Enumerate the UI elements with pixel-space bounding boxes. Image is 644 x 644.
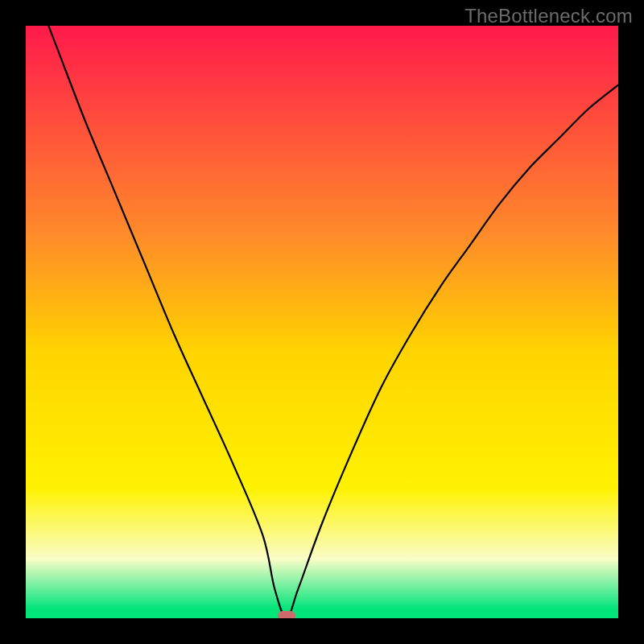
- plot-area: [26, 26, 618, 618]
- curve-layer: [26, 26, 618, 618]
- optimum-marker: [278, 611, 295, 618]
- bottleneck-curve: [26, 26, 618, 618]
- chart-frame: TheBottleneck.com: [0, 0, 644, 644]
- watermark-text: TheBottleneck.com: [464, 5, 633, 27]
